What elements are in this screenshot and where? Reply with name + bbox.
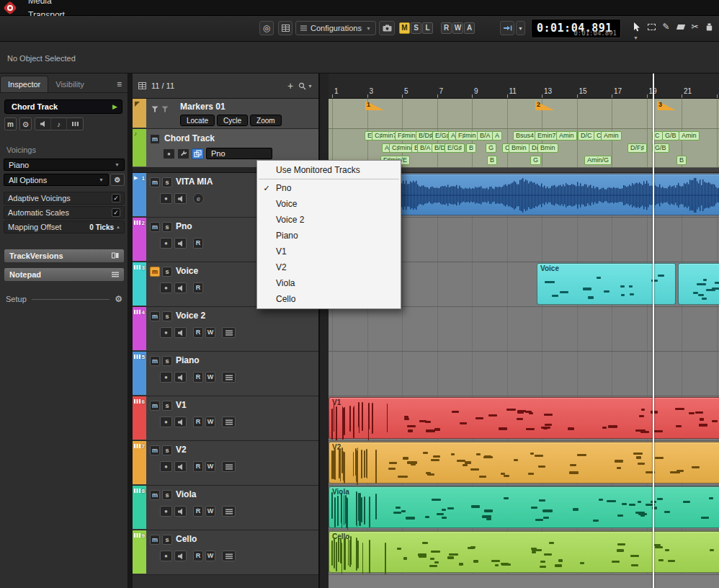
speaker-icon[interactable] <box>35 118 51 130</box>
solo-button[interactable]: s <box>162 177 172 187</box>
erase-tool[interactable] <box>674 20 687 33</box>
monitor-button[interactable] <box>174 282 187 293</box>
note-icon[interactable]: ♪ <box>51 118 67 130</box>
marker-flag[interactable]: 2 <box>535 101 554 110</box>
toolbar-r-button[interactable]: R <box>441 22 452 34</box>
menu-item-pno[interactable]: ✓Pno <box>257 180 401 196</box>
monitor-button[interactable] <box>174 551 187 561</box>
chord-event[interactable]: Emin7 <box>535 131 559 141</box>
marker-cycle-button[interactable]: Cycle <box>217 115 248 126</box>
track-row-piano[interactable]: 5msPiano●RW <box>133 352 318 396</box>
solo-button[interactable]: s <box>162 267 172 277</box>
inspector-monitor-button[interactable]: ⊙ <box>19 117 32 130</box>
monitor-button[interactable] <box>174 416 187 427</box>
toolbar-l-button[interactable]: L <box>422 22 433 34</box>
autoscroll-icon[interactable] <box>500 21 514 35</box>
configurations-dropdown[interactable]: Configurations ▼ <box>295 21 376 35</box>
voicing-settings-gear-icon[interactable]: ⚙ <box>110 174 125 186</box>
region-v1[interactable]: V1 <box>329 397 719 439</box>
record-enable-button[interactable]: ● <box>160 238 172 249</box>
solo-button[interactable]: s <box>162 222 172 232</box>
arrange-lane-viola[interactable]: Viola <box>329 486 719 530</box>
metronome-icon[interactable]: ◎ <box>259 21 274 35</box>
marker-flag[interactable]: 3 <box>657 101 676 110</box>
track-row-cello[interactable]: 9msCello●RW <box>133 530 318 575</box>
chord-event[interactable]: A <box>492 131 502 141</box>
menu-item-voice-2[interactable]: Voice 2 <box>257 212 401 228</box>
stepper-icon[interactable]: ▲ <box>116 225 120 229</box>
record-enable-button[interactable]: ● <box>160 193 172 204</box>
arrange-lane-voice-2[interactable] <box>329 307 719 352</box>
chord-event[interactable]: B <box>676 156 687 165</box>
track-row-voice-2[interactable]: 4msVoice 2●RW <box>133 307 318 352</box>
read-automation-button[interactable]: R <box>193 506 203 517</box>
track-row-viola[interactable]: 8msViola●RW <box>133 486 318 530</box>
add-track-button[interactable]: + <box>287 80 293 92</box>
chord-event[interactable]: B <box>466 143 476 153</box>
region-voice[interactable]: Voice <box>537 263 676 305</box>
read-automation-button[interactable]: R <box>193 238 203 249</box>
record-enable-button[interactable]: ● <box>160 282 172 293</box>
glue-tool[interactable] <box>703 20 715 33</box>
arrange-lane-piano[interactable] <box>329 352 719 396</box>
region-cello[interactable]: Cello <box>329 531 719 573</box>
mapping-offset-value[interactable]: 0 Ticks <box>89 223 114 231</box>
toolbar-s-button[interactable]: S <box>411 22 421 34</box>
write-automation-button[interactable]: W <box>205 416 215 427</box>
chord-event[interactable]: G/B <box>662 131 679 141</box>
toolbar-w-button[interactable]: W <box>452 22 463 34</box>
read-automation-button[interactable]: R <box>193 461 203 472</box>
mute-button[interactable]: m <box>150 177 160 187</box>
chord-event[interactable]: Amin <box>679 131 700 141</box>
menu-item-viola[interactable]: Viola <box>257 275 401 291</box>
hamburger-icon[interactable]: ≡ <box>111 76 128 92</box>
split-tool[interactable]: ✂ <box>689 20 701 33</box>
chord-event[interactable]: F♯min <box>395 131 419 141</box>
marker-flag[interactable]: 1 <box>365 101 384 110</box>
mute-button[interactable]: m <box>150 401 160 411</box>
marker-locate-button[interactable]: Locate <box>180 115 215 126</box>
record-enable-button[interactable]: ● <box>160 416 172 427</box>
monitor-button[interactable] <box>174 238 187 249</box>
monitor-button[interactable] <box>174 506 187 517</box>
write-automation-button[interactable]: W <box>205 461 215 472</box>
setup-gear-icon[interactable]: ⚙ <box>115 294 122 304</box>
funnel-icon[interactable] <box>161 102 169 115</box>
arrange-lane-cello[interactable]: Cello <box>329 530 719 575</box>
region-audio-event[interactable] <box>678 263 719 305</box>
edit-channel-button[interactable] <box>222 551 236 561</box>
chord-event[interactable]: Bsus4 <box>513 131 537 141</box>
chord-event[interactable]: Bmin <box>537 143 558 153</box>
mute-button[interactable]: m <box>150 490 160 500</box>
mute-button[interactable]: m <box>150 445 160 455</box>
automatic-scales-checkbox[interactable]: ✓ <box>112 208 120 217</box>
edit-channel-button[interactable]: e <box>193 193 204 204</box>
chord-event[interactable]: F♯min <box>455 131 479 141</box>
solo-button[interactable]: s <box>162 401 172 411</box>
funnel-icon[interactable] <box>151 102 158 115</box>
menu-item-piano[interactable]: Piano <box>257 228 401 244</box>
mute-button[interactable]: m <box>150 311 160 321</box>
range-selection-tool[interactable] <box>646 20 658 33</box>
search-icon[interactable]: ▼ <box>298 82 313 90</box>
write-automation-button[interactable]: W <box>205 372 215 383</box>
arrange-lane-v2[interactable]: V2 <box>329 441 719 486</box>
record-enable-button[interactable]: ● <box>160 506 172 517</box>
record-enable-button[interactable]: ● <box>160 372 172 383</box>
wrench-icon[interactable] <box>177 148 189 159</box>
region-v2[interactable]: V2 <box>329 442 719 484</box>
read-automation-button[interactable]: R <box>193 551 203 561</box>
mute-button[interactable]: m <box>150 222 160 232</box>
camera-icon[interactable] <box>379 21 395 35</box>
chord-event[interactable]: B <box>487 156 497 165</box>
toolbar-a-button[interactable]: A <box>464 22 475 34</box>
read-automation-button[interactable]: R <box>193 327 203 338</box>
mute-button[interactable]: m <box>150 267 160 277</box>
track-row-v1[interactable]: 6msV1●RW <box>133 396 318 441</box>
adaptive-voicings-checkbox[interactable]: ✓ <box>112 194 120 202</box>
timeline-ruler[interactable]: 135791113151719212 <box>329 74 719 99</box>
record-enable-button[interactable]: ● <box>160 461 172 472</box>
edit-channel-button[interactable] <box>222 416 236 427</box>
inspector-mute-button[interactable]: m <box>4 117 17 130</box>
monitor-button[interactable] <box>174 461 187 472</box>
